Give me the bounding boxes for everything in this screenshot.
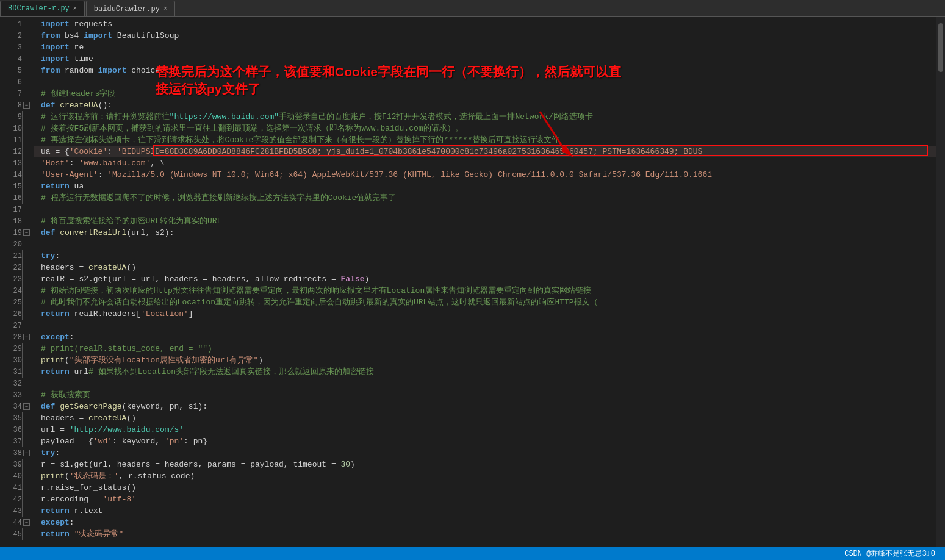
gutter-row-22: 22 (0, 262, 34, 273)
gutter-row-5: 5 (0, 65, 34, 76)
line-num-40: 40 (9, 472, 22, 481)
code-line-26: return realR.headers['Location'] (34, 308, 936, 320)
line-num-4: 4 (9, 55, 22, 63)
line-num-21: 21 (9, 252, 22, 260)
code-line-7: # 创建headers字段 (34, 88, 936, 99)
line-num-14: 14 (9, 171, 22, 179)
gutter-row-1: 1 (0, 18, 34, 30)
code-line-21: try: (34, 250, 936, 262)
code-line-35: headers = createUA() (34, 412, 936, 424)
line-num-18: 18 (9, 217, 22, 226)
fold-icon-38[interactable]: − (23, 450, 30, 456)
code-line-31: return url# 如果找不到Location头部字段无法返回真实链接，那么… (34, 366, 936, 378)
code-line-27 (34, 320, 936, 331)
code-line-13: 'Host': 'www.baidu.com', \ (34, 157, 936, 169)
line-num-43: 43 (9, 507, 22, 515)
gutter-row-4: 4 (0, 53, 34, 65)
tab-close-baiducrawler[interactable]: × (163, 5, 167, 12)
gutter-row-11: 11 (0, 134, 34, 146)
line-num-37: 37 (9, 437, 22, 446)
gutter-row-34[interactable]: 34 − (0, 401, 34, 412)
gutter-row-43[interactable]: 43 (0, 505, 34, 517)
gutter-row-41: 41 (0, 482, 34, 494)
code-line-9: # 运行该程序前：请打开浏览器前往"https://www.baidu.com"… (34, 111, 936, 123)
code-line-36: url = 'http://www.baidu.com/s' (34, 424, 936, 436)
line-num-12: 12 (9, 148, 22, 156)
status-text: CSDN @乔峰不是张无忌3⃣0 (844, 548, 935, 559)
code-line-16: # 程序运行无数据返回爬不了的时候，浏览器直接刷新继续按上述方法换字典里的Coo… (34, 192, 936, 204)
line-num-15: 15 (9, 182, 22, 191)
line-num-29: 29 (9, 345, 22, 353)
gutter-row-25: 25 (0, 296, 34, 308)
tab-bar: BDCrawler-r.py × baiduCrawler.py × (0, 0, 945, 17)
gutter-row-12: 12 (0, 146, 34, 157)
gutter-row-28[interactable]: 28 − (0, 331, 34, 343)
gutter-row-10: 10 (0, 123, 34, 134)
gutter-row-37: 37 (0, 436, 34, 447)
code-line-22: headers = createUA() (34, 262, 936, 273)
code-line-17 (34, 204, 936, 215)
tab-label-baiducrawler: baiduCrawler.py (94, 5, 160, 13)
line-num-35: 35 (9, 414, 22, 423)
line-num-10: 10 (9, 124, 22, 133)
code-line-23: realR = s2.get(url = url, headers = head… (34, 273, 936, 285)
gutter-row-32: 32 (0, 378, 34, 389)
code-line-25: # 此时我们不允许会话自动根据给出的Location重定向跳转，因为允许重定向后… (34, 296, 936, 308)
fold-icon-19[interactable]: − (23, 229, 30, 236)
code-line-42: r.encoding = 'utf-8' (34, 494, 936, 505)
gutter-row-29: 29 (0, 343, 34, 354)
gutter-row-30: 30 (0, 354, 34, 366)
gutter-row-44[interactable]: 44 − (0, 517, 34, 528)
code-line-11: # 再选择左侧标头选项卡，往下滑到请求标头处，将Cookie字段的值全部复制下来… (34, 134, 936, 146)
fold-icon-34[interactable]: − (23, 403, 30, 410)
code-line-32 (34, 378, 936, 389)
fold-icon-28[interactable]: − (23, 334, 30, 340)
editor-area: 1 2 3 4 5 6 7 8 − (0, 17, 945, 547)
code-line-18: # 将百度搜索链接给予的加密URL转化为真实的URL (34, 215, 936, 227)
gutter-row-3: 3 (0, 41, 34, 53)
gutter-row-17: 17 (0, 204, 34, 215)
scrollbar-thumb[interactable] (938, 23, 943, 72)
gutter-row-39: 39 (0, 459, 34, 470)
code-line-6 (34, 76, 936, 88)
gutter-row-2: 2 (0, 30, 34, 41)
tab-baiducrawler[interactable]: baiduCrawler.py × (86, 1, 175, 16)
line-num-31: 31 (9, 368, 22, 376)
gutter-row-13: 13 (0, 157, 34, 169)
gutter-row-38[interactable]: 38 − (0, 447, 34, 459)
line-num-30: 30 (9, 356, 22, 365)
line-num-9: 9 (9, 113, 22, 121)
line-num-33: 33 (9, 391, 22, 400)
line-num-17: 17 (9, 206, 22, 214)
gutter-row-23: 23 (0, 273, 34, 285)
line-num-41: 41 (9, 484, 22, 492)
scrollbar[interactable] (936, 17, 945, 547)
line-num-13: 13 (9, 159, 22, 168)
fold-icon-44[interactable]: − (23, 519, 30, 526)
fold-icon-8[interactable]: − (23, 102, 30, 109)
code-line-43: return r.text (34, 505, 936, 517)
line-num-6: 6 (9, 78, 22, 87)
gutter: 1 2 3 4 5 6 7 8 − (0, 17, 34, 547)
line-num-26: 26 (9, 310, 22, 318)
line-num-39: 39 (9, 461, 22, 469)
code-line-10: # 接着按F5刷新本网页，捕获到的请求里一直往上翻到最顶端，选择第一次请求（即名… (34, 123, 936, 134)
gutter-row-8[interactable]: 8 − (0, 99, 34, 111)
line-num-45: 45 (9, 530, 22, 539)
code-line-15: return ua (34, 181, 936, 192)
line-num-5: 5 (9, 66, 22, 75)
code-line-8: def createUA(): (34, 99, 936, 111)
line-num-34: 34 (9, 403, 22, 411)
line-num-23: 23 (9, 275, 22, 284)
gutter-row-33: 33 (0, 389, 34, 401)
tab-close-bdcrawler[interactable]: × (73, 5, 77, 12)
code-line-39: r = s1.get(url, headers = headers, param… (34, 459, 936, 470)
tab-bdcrawler[interactable]: BDCrawler-r.py × (0, 1, 85, 16)
code-line-38: try: (34, 447, 936, 459)
code-line-33: # 获取搜索页 (34, 389, 936, 401)
gutter-row-21: 21 (0, 250, 34, 262)
line-num-2: 2 (9, 32, 22, 40)
line-num-19: 19 (9, 229, 22, 237)
gutter-row-19[interactable]: 19 − (0, 227, 34, 239)
code-line-37: payload = {'wd': keyword, 'pn': pn} (34, 436, 936, 447)
